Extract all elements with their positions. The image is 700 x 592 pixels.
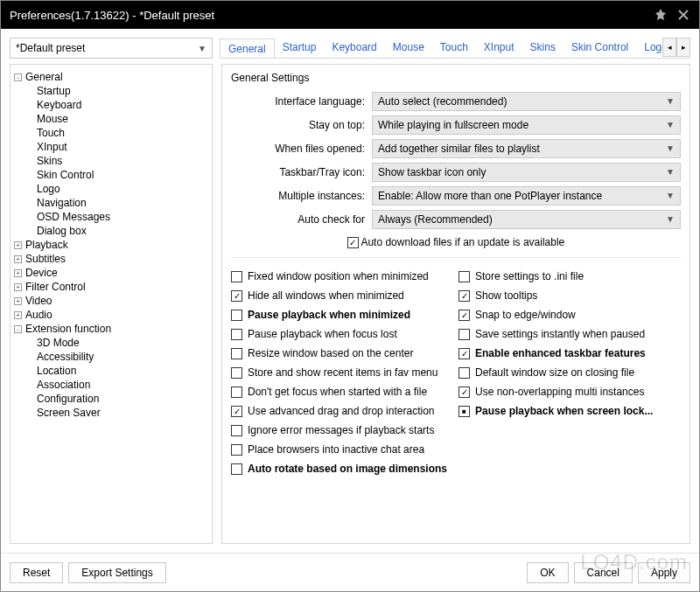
tab-startup[interactable]: Startup [275, 38, 325, 59]
tab-touch[interactable]: Touch [432, 38, 476, 59]
footer: Reset Export Settings OK Cancel Apply [1, 553, 699, 591]
tree-label: Audio [25, 309, 52, 321]
tab-scroll-left[interactable]: ◂ [662, 38, 676, 57]
tree-label: Extension function [25, 323, 111, 335]
expand-icon[interactable]: + [14, 241, 22, 249]
checkbox[interactable] [458, 329, 470, 340]
checkbox-label: Fixed window position when minimized [248, 270, 429, 282]
checkbox[interactable] [458, 348, 470, 359]
preset-select[interactable]: *Default preset ▼ [10, 38, 213, 59]
tree-item-subtitles[interactable]: +Subtitles [14, 252, 208, 266]
checkbox[interactable] [231, 271, 242, 282]
checkbox[interactable] [458, 271, 470, 282]
checkbox-label: Snap to edge/window [475, 309, 576, 321]
tree-label: Video [25, 295, 52, 307]
ok-button[interactable]: OK [527, 562, 568, 583]
chevron-down-icon: ▼ [666, 167, 675, 177]
tree-item-skins[interactable]: Skins [33, 154, 208, 168]
apply-button[interactable]: Apply [638, 562, 690, 583]
checkbox[interactable] [231, 348, 242, 359]
checkbox[interactable] [458, 310, 470, 321]
checkbox[interactable] [458, 367, 470, 379]
expand-icon[interactable]: + [14, 311, 22, 319]
tab-skin-control[interactable]: Skin Control [564, 38, 636, 59]
tree-item-configuration[interactable]: Configuration [33, 392, 208, 406]
tab-general[interactable]: General [220, 38, 275, 59]
tree-item-video[interactable]: +Video [14, 294, 208, 308]
checkbox-label: Pause playback when focus lost [248, 328, 397, 340]
opt-label: When files opened: [231, 143, 367, 155]
tree-item-accessibility[interactable]: Accessibility [33, 350, 208, 364]
tab-xinput[interactable]: XInput [476, 38, 522, 59]
filesopened-select[interactable]: Add together similar files to playlist▼ [372, 139, 681, 158]
tree-item-mouse[interactable]: Mouse [33, 112, 208, 126]
tree-item-dialog-box[interactable]: Dialog box [33, 224, 208, 238]
tray-select[interactable]: Show taskbar icon only▼ [372, 163, 681, 182]
language-select[interactable]: Auto select (recommended)▼ [372, 92, 681, 111]
checkbox[interactable] [231, 387, 242, 398]
tree-item-3d-mode[interactable]: 3D Mode [33, 336, 208, 350]
cancel-button[interactable]: Cancel [574, 562, 633, 583]
tree-label: General [25, 71, 63, 83]
tab-mouse[interactable]: Mouse [385, 38, 432, 59]
tree-item-playback[interactable]: +Playback [14, 238, 208, 252]
tree-item-touch[interactable]: Touch [33, 126, 208, 140]
pin-icon[interactable] [654, 8, 668, 22]
opt-label: Auto check for [231, 213, 367, 226]
tab-scroll-right[interactable]: ▸ [676, 38, 690, 57]
reset-button[interactable]: Reset [10, 562, 63, 583]
chevron-down-icon: ▼ [666, 214, 675, 224]
close-icon[interactable] [676, 8, 690, 22]
tree-item-logo[interactable]: Logo [33, 182, 208, 196]
tree-item-xinput[interactable]: XInput [33, 140, 208, 154]
chevron-down-icon: ▼ [666, 143, 675, 153]
checkbox[interactable] [458, 290, 470, 302]
checkbox[interactable] [231, 406, 242, 417]
checkbox[interactable] [231, 425, 242, 436]
checkbox-label: Show tooltips [475, 289, 537, 302]
checkbox-label: Pause playback when minimized [248, 309, 410, 321]
window-title: Preferences(1.7.13622) - *Default preset [10, 9, 214, 22]
tree-item-association[interactable]: Association [33, 378, 208, 392]
tab-keyboard[interactable]: Keyboard [324, 38, 384, 59]
collapse-icon[interactable]: - [14, 325, 22, 333]
expand-icon[interactable]: + [14, 297, 22, 305]
tree-item-location[interactable]: Location [33, 364, 208, 378]
checkbox[interactable] [231, 444, 242, 456]
checkbox-label: Ignore error messages if playback starts [248, 424, 434, 436]
export-button[interactable]: Export Settings [68, 562, 165, 583]
category-tree[interactable]: -GeneralStartupKeyboardMouseTouchXInputS… [10, 64, 213, 544]
tree-item-filter-control[interactable]: +Filter Control [14, 280, 208, 294]
collapse-icon[interactable]: - [14, 73, 22, 81]
tree-item-general[interactable]: -General [14, 70, 208, 84]
select-value: Auto select (recommended) [378, 95, 507, 108]
tree-item-extension-function[interactable]: -Extension function [14, 322, 208, 336]
autodownload-checkbox[interactable] [347, 237, 359, 248]
tree-item-keyboard[interactable]: Keyboard [33, 98, 208, 112]
checkbox-label: Auto rotate based on image dimensions [248, 463, 447, 475]
tree-item-skin-control[interactable]: Skin Control [33, 168, 208, 182]
settings-panel: General Settings Interface language:Auto… [221, 64, 690, 544]
autocheck-select[interactable]: Always (Recommended)▼ [372, 210, 681, 229]
checkbox[interactable] [231, 329, 242, 340]
tab-skins[interactable]: Skins [522, 38, 564, 59]
checkbox-label: Store settings to .ini file [475, 270, 584, 282]
instances-select[interactable]: Enable: Allow more than one PotPlayer in… [372, 186, 681, 205]
checkbox[interactable] [231, 463, 242, 475]
expand-icon[interactable]: + [14, 255, 22, 263]
checkbox[interactable] [458, 387, 470, 398]
checkbox[interactable] [231, 290, 242, 302]
tree-item-screen-saver[interactable]: Screen Saver [33, 406, 208, 420]
tree-item-navigation[interactable]: Navigation [33, 196, 208, 210]
checkbox[interactable] [231, 310, 242, 321]
tree-item-device[interactable]: +Device [14, 266, 208, 280]
tree-item-osd-messages[interactable]: OSD Messages [33, 210, 208, 224]
tree-item-startup[interactable]: Startup [33, 84, 208, 98]
stayontop-select[interactable]: While playing in fullscreen mode▼ [372, 115, 681, 135]
expand-icon[interactable]: + [14, 269, 22, 277]
checkbox-label: Enable enhanced taskbar features [475, 347, 646, 359]
tree-item-audio[interactable]: +Audio [14, 308, 208, 322]
checkbox[interactable] [231, 367, 242, 379]
checkbox[interactable] [458, 406, 470, 417]
expand-icon[interactable]: + [14, 283, 22, 291]
